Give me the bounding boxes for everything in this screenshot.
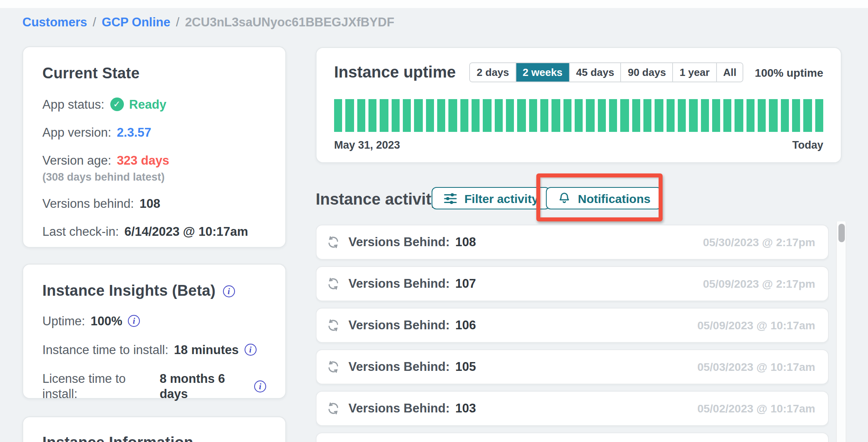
uptime-bar [575,99,583,132]
current-state-row: App version:2.3.57 [42,125,266,140]
range-button-2-days[interactable]: 2 days [470,63,516,82]
current-state-row: App status:✓Ready [42,97,266,112]
activity-row[interactable]: Versions Behind:10305/02/2023 @ 10:17am [316,391,829,426]
uptime-percentage-label: 100% uptime [755,66,823,79]
activity-row-label: Versions Behind: [348,318,450,332]
activity-row-timestamp: 05/09/2023 @ 2:17pm [703,277,815,290]
kv-label: App version: [42,125,111,140]
kv-value: Ready [129,97,166,112]
kv-label: Instance time to install: [42,342,168,357]
activity-row[interactable]: Versions Behind:10605/09/2023 @ 10:17am [316,308,829,343]
activity-row[interactable]: Versions Behind:10505/03/2023 @ 10:17am [316,349,829,384]
info-icon[interactable]: i [254,380,266,392]
uptime-bar [758,99,766,132]
kv-label: Versions behind: [42,196,134,211]
kv-label: Version age: [42,153,111,168]
uptime-bar [540,99,549,132]
info-icon[interactable]: i [128,315,140,327]
range-button-90-days[interactable]: 90 days [621,63,672,82]
uptime-bar [563,99,571,132]
uptime-end-label: Today [792,139,823,151]
refresh-icon [326,318,340,332]
activity-row-label: Versions Behind: [348,277,450,291]
instance-uptime-title: Instance uptime [334,63,456,82]
activity-row-value: 108 [455,235,476,249]
uptime-bar [597,99,606,132]
bell-icon [557,191,571,205]
breadcrumb-separator: / [93,15,96,30]
instance-information-card: Instance Information [22,416,286,442]
activity-scrollbar-thumb[interactable] [838,224,845,242]
breadcrumb-item-customers[interactable]: Customers [22,15,87,30]
kv-value: 8 months 6 days [159,371,249,401]
kv-label: License time to install: [42,371,154,401]
insight-row: License time to install:8 months 6 daysi [42,371,266,401]
range-button-45-days[interactable]: 45 days [569,63,621,82]
uptime-bar [666,99,675,132]
uptime-bar [403,99,411,132]
instance-detail-page: Customers/GCP Online/2CU3nL3saUNyoc61BBE… [0,0,868,442]
activity-row[interactable]: Versions Behind:10805/30/2023 @ 2:17pm [316,225,829,260]
uptime-bar [346,99,354,132]
instance-activity-title: Instance activity [316,190,440,209]
refresh-icon [326,235,340,249]
breadcrumb-item-gcp-online[interactable]: GCP Online [102,15,171,30]
refresh-icon [326,401,340,416]
kv-value: 323 days [117,153,169,168]
uptime-bar [792,99,800,132]
uptime-bar [460,99,468,132]
breadcrumb-separator: / [176,15,179,30]
activity-row-partial[interactable] [316,432,829,442]
notifications-button[interactable]: Notifications [546,187,662,209]
current-state-row: Version age:323 days [42,153,266,168]
refresh-icon [326,360,340,374]
activity-row-timestamp: 05/09/2023 @ 10:17am [697,319,815,332]
uptime-bar [426,99,434,132]
uptime-start-date: May 31, 2023 [334,139,400,151]
range-button-2-weeks[interactable]: 2 weeks [516,63,569,82]
activity-row-timestamp: 05/30/2023 @ 2:17pm [703,236,815,249]
uptime-range-group: 2 days2 weeks45 days90 days1 yearAll [470,62,744,82]
activity-row[interactable]: Versions Behind:10705/09/2023 @ 2:17pm [316,266,829,301]
activity-row-timestamp: 05/02/2023 @ 10:17am [697,402,815,415]
current-state-row: Last check-in:6/14/2023 @ 10:17am [42,224,266,239]
uptime-bar [723,99,732,132]
uptime-bar [643,99,652,132]
uptime-bar [678,99,686,132]
info-icon[interactable]: i [244,344,256,356]
activity-row-value: 103 [455,401,476,416]
activity-scrollbar-track[interactable] [836,221,846,442]
top-strip [0,0,868,8]
filter-activity-button[interactable]: Filter activity [432,187,549,209]
uptime-bar [414,99,423,132]
kv-value: 18 minutes [174,342,239,357]
uptime-bar [529,99,537,132]
current-state-row: Versions behind:108 [42,196,266,211]
current-state-card: Current State App status:✓ReadyApp versi… [22,46,286,248]
filter-activity-label: Filter activity [464,191,538,205]
activity-row-value: 106 [455,318,476,332]
uptime-bar [483,99,492,132]
kv-value: 100% [91,313,122,329]
uptime-bar [494,99,503,132]
activity-row-label: Versions Behind: [348,360,450,374]
instance-insights-title: Instance Insights (Beta) [42,282,215,300]
uptime-bar [518,99,526,132]
range-button-all[interactable]: All [716,63,743,82]
uptime-bar [334,99,342,132]
uptime-bar [357,99,365,132]
uptime-bar [689,99,697,132]
uptime-bar [449,99,457,132]
instance-uptime-card: Instance uptime 2 days2 weeks45 days90 d… [316,47,842,163]
current-state-title: Current State [42,65,266,82]
uptime-bar [609,99,617,132]
breadcrumb-item-2cu3nl3saunyoc61bbegjxfbydf: 2CU3nL3saUNyoc61BBEGJXfBYDF [185,15,394,30]
info-icon[interactable]: i [223,285,235,297]
breadcrumb: Customers/GCP Online/2CU3nL3saUNyoc61BBE… [22,15,394,30]
range-button-1-year[interactable]: 1 year [672,63,716,82]
insight-row: Uptime:100%i [42,313,266,329]
activity-row-label: Versions Behind: [348,401,450,416]
kv-note: (308 days behind latest) [42,171,266,183]
activity-row-value: 107 [455,277,476,291]
kv-value: 2.3.57 [117,125,151,140]
